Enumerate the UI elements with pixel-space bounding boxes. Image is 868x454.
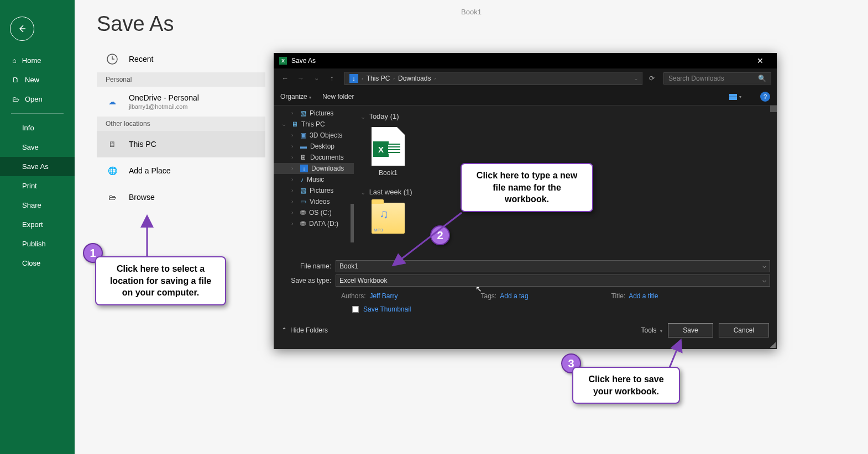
cloud-icon: ☁ [106, 95, 119, 108]
location-addplace[interactable]: 🌐 Add a Place [97, 157, 265, 184]
dialog-toolbar: Organize ▾ New folder ▾ ? [274, 88, 777, 105]
organize-menu[interactable]: Organize ▾ [280, 93, 311, 101]
breadcrumb-pc[interactable]: This PC [367, 75, 390, 82]
nav-saveas[interactable]: Save As [0, 157, 75, 176]
nav-publish[interactable]: Publish [0, 234, 75, 254]
tools-menu[interactable]: Tools ▾ [641, 326, 663, 334]
thumbnail-label[interactable]: Save Thumbnail [363, 305, 411, 313]
location-onedrive[interactable]: ☁ OneDrive - Personaljlbarry1@hotmail.co… [97, 87, 265, 117]
nav-up-button[interactable]: ↑ [326, 72, 338, 85]
folder-open-icon: 🗁 [12, 95, 19, 103]
nav-info[interactable]: Info [0, 118, 75, 138]
arrow-2 [393, 210, 464, 265]
resize-handle[interactable] [770, 342, 776, 348]
cancel-button[interactable]: Cancel [719, 323, 769, 337]
monitor-icon: 🖥 [291, 120, 298, 128]
title-value[interactable]: Add a title [629, 292, 658, 300]
address-bar[interactable]: ↓ › This PC › Downloads › ⌵ [344, 72, 642, 85]
file-icon: 🗋 [12, 76, 19, 84]
nav-open[interactable]: 🗁Open [0, 89, 75, 109]
folder-icon: 🗁 [106, 191, 119, 204]
video-icon: ▭ [300, 198, 306, 205]
save-button[interactable]: Save [668, 323, 713, 337]
nav-close[interactable]: Close [0, 254, 75, 273]
desktop-icon: ▬ [300, 142, 307, 150]
location-onedrive-label: OneDrive - Personaljlbarry1@hotmail.com [129, 93, 199, 110]
tree-3dobjects[interactable]: ›▣3D Objects [274, 130, 354, 141]
tags-value[interactable]: Add a tag [500, 292, 528, 300]
tree-documents[interactable]: ›🗎Documents [274, 152, 354, 163]
tree-music[interactable]: ›♪Music [274, 174, 354, 185]
excel-app-icon: X [279, 57, 287, 65]
nav-back-button[interactable]: ← [279, 72, 291, 85]
picture-icon: ▧ [300, 187, 306, 194]
drive-icon: ⛃ [300, 209, 306, 217]
close-button[interactable]: ✕ [749, 56, 771, 65]
globe-plus-icon: 🌐 [106, 164, 119, 177]
nav-new[interactable]: 🗋New [0, 70, 75, 89]
tree-downloads[interactable]: ›↓Downloads [274, 163, 354, 174]
music-icon: ♪ [300, 176, 304, 183]
location-browse[interactable]: 🗁 Browse [97, 184, 265, 210]
search-input[interactable]: Search Downloads 🔍 [663, 72, 771, 85]
chevron-up-icon: ⌃ [281, 326, 287, 334]
tree-desktop[interactable]: ›▬Desktop [274, 141, 354, 152]
tree-videos[interactable]: ›▭Videos [274, 196, 354, 207]
page-title: Save As [97, 12, 868, 36]
view-menu[interactable]: ▾ [729, 94, 741, 100]
savetype-dropdown[interactable]: Excel Workbook [336, 274, 770, 287]
nav-share-label: Share [22, 201, 41, 209]
tree-pictures2[interactable]: ›▧Pictures [274, 185, 354, 196]
group-today[interactable]: ⌵ Today (1) [362, 110, 769, 123]
search-placeholder: Search Downloads [668, 75, 724, 82]
nav-saveas-label: Save As [22, 162, 49, 171]
breadcrumb-downloads[interactable]: Downloads [398, 75, 431, 82]
savetype-label: Save as type: [280, 277, 336, 284]
file-book1[interactable]: X Book1 [366, 127, 410, 177]
location-recent-label: Recent [129, 55, 153, 64]
nav-share[interactable]: Share [0, 196, 75, 215]
location-thispc[interactable]: 🖥 This PC [97, 131, 265, 157]
location-recent[interactable]: Recent [97, 46, 265, 72]
nav-new-label: New [25, 76, 39, 84]
clock-icon [106, 52, 119, 66]
location-header-personal: Personal [97, 72, 265, 87]
tree-osc[interactable]: ›⛃OS (C:) [274, 207, 354, 218]
download-icon: ↓ [300, 165, 308, 172]
newfolder-button[interactable]: New folder [322, 93, 354, 101]
hide-folders-button[interactable]: ⌃Hide Folders [281, 326, 328, 334]
folder-tree[interactable]: ›▧Pictures ⌵🖥This PC ›▣3D Objects ›▬Desk… [274, 105, 354, 256]
nav-forward-button[interactable]: → [295, 72, 307, 85]
nav-save[interactable]: Save [0, 138, 75, 157]
document-icon: 🗎 [300, 154, 307, 161]
tree-pictures[interactable]: ›▧Pictures [274, 108, 354, 119]
nav-print[interactable]: Print [0, 176, 75, 196]
dialog-footer: ⌃Hide Folders Tools ▾ Save Cancel [274, 318, 777, 343]
back-button[interactable] [10, 17, 34, 41]
help-button[interactable]: ? [760, 92, 770, 102]
nav-export-label: Export [22, 220, 43, 229]
tree-thispc[interactable]: ⌵🖥This PC [274, 119, 354, 130]
location-browse-label: Browse [129, 193, 155, 202]
thumbnail-checkbox[interactable] [352, 306, 359, 313]
nav-home[interactable]: ⌂Home [0, 51, 75, 70]
dialog-fields: File name: Book1 Save as type: Excel Wor… [274, 256, 777, 318]
dialog-navbar: ← → ⌵ ↑ ↓ › This PC › Downloads › ⌵ ⟳ Se… [274, 68, 777, 88]
refresh-button[interactable]: ⟳ [649, 75, 660, 82]
callout-2: Click here to type a new file name for t… [461, 163, 593, 212]
location-header-other: Other locations [97, 117, 265, 131]
nav-info-label: Info [22, 124, 34, 132]
arrow-left-icon [17, 24, 27, 34]
excel-file-icon: X [372, 127, 405, 166]
chevron-down-icon[interactable]: ⌵ [635, 76, 637, 81]
nav-export[interactable]: Export [0, 215, 75, 234]
nav-home-label: Home [22, 56, 41, 65]
dialog-titlebar[interactable]: X Save As ✕ [274, 53, 777, 68]
file-book1-label: Book1 [379, 169, 398, 177]
nav-recent-button[interactable]: ⌵ [310, 72, 322, 85]
authors-value[interactable]: Jeff Barry [369, 292, 398, 300]
search-icon[interactable]: 🔍 [758, 75, 766, 82]
authors-label: Authors: [341, 292, 366, 300]
tree-data[interactable]: ›⛃DATA (D:) [274, 218, 354, 229]
document-title: Book1 [461, 8, 482, 16]
